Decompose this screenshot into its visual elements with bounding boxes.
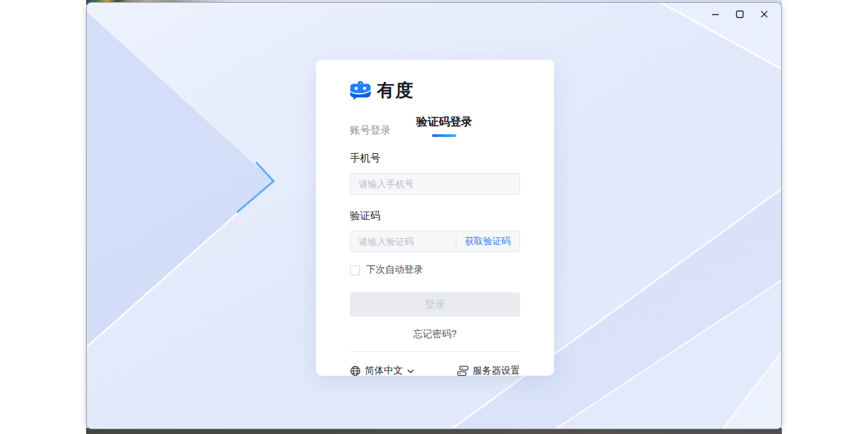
auto-login-label[interactable]: 下次自动登录 (366, 264, 423, 276)
chevron-down-icon (407, 369, 414, 374)
brand-row: 有度 (350, 79, 520, 102)
close-button[interactable] (754, 5, 774, 24)
code-input[interactable] (351, 231, 456, 252)
code-input-box: 获取验证码 (350, 231, 520, 252)
app-window: 有度 账号登录 验证码登录 手机号 验证码 获取验证码 下次自动登录 登录 忘记… (86, 2, 782, 429)
server-settings-label: 服务器设置 (473, 365, 520, 377)
window-controls (705, 3, 781, 26)
card-footer: 简体中文 服务器设置 (350, 365, 520, 377)
brand-name: 有度 (377, 79, 414, 102)
login-tabs: 账号登录 验证码登录 (350, 115, 520, 137)
login-card: 有度 账号登录 验证码登录 手机号 验证码 获取验证码 下次自动登录 登录 忘记… (316, 60, 554, 376)
phone-input[interactable] (351, 174, 519, 194)
language-selector[interactable]: 简体中文 (350, 365, 414, 377)
card-footer-divider (350, 351, 520, 352)
forgot-password-link[interactable]: 忘记密码? (350, 328, 520, 340)
server-settings-button[interactable]: 服务器设置 (457, 365, 520, 377)
auto-login-row: 下次自动登录 (350, 264, 520, 276)
minimize-icon (711, 10, 719, 18)
tab-account-login[interactable]: 账号登录 (350, 124, 391, 137)
maximize-button[interactable] (730, 5, 750, 24)
code-label: 验证码 (350, 210, 520, 222)
tab-code-login-wrap: 验证码登录 (416, 115, 473, 137)
login-button[interactable]: 登录 (350, 292, 520, 317)
auto-login-checkbox[interactable] (350, 265, 360, 275)
active-tab-underline (432, 134, 456, 137)
globe-icon (350, 366, 361, 376)
youdu-logo-icon (350, 81, 371, 100)
get-code-link[interactable]: 获取验证码 (456, 235, 520, 248)
server-icon (457, 366, 469, 376)
language-label: 简体中文 (365, 365, 403, 377)
maximize-icon (736, 10, 744, 18)
close-icon (760, 10, 768, 18)
phone-label: 手机号 (350, 152, 520, 165)
minimize-button[interactable] (705, 5, 726, 24)
tab-code-login[interactable]: 验证码登录 (416, 115, 473, 130)
phone-input-box (350, 173, 520, 195)
